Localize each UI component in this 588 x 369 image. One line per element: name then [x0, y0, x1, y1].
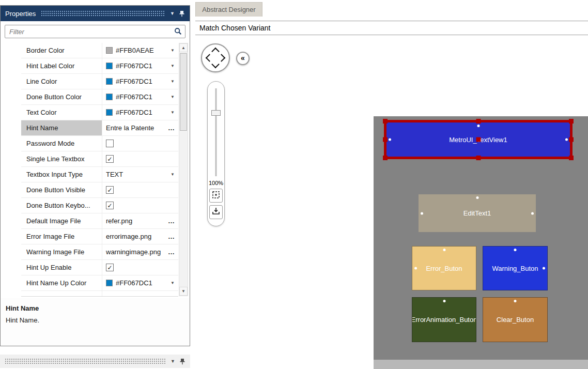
property-row[interactable]: Password Mode [21, 136, 178, 151]
property-value[interactable]: Patente… [102, 291, 178, 297]
selection-handle[interactable] [569, 119, 574, 124]
selection-handle[interactable] [569, 156, 574, 160]
selection-handle[interactable] [476, 156, 481, 160]
property-value[interactable]: warningimage.png… [102, 244, 178, 259]
property-label[interactable]: Password Mode [21, 136, 102, 151]
export-button[interactable] [209, 205, 223, 219]
dropdown-arrow-icon[interactable]: ▼ [171, 281, 175, 285]
property-row[interactable]: Hint Name Up Color#FF067DC1▼ [21, 275, 178, 291]
property-label[interactable]: Hint Name [21, 120, 102, 135]
pan-right-icon[interactable] [218, 54, 226, 62]
canvas-control-EditText1[interactable]: EditText1 [419, 194, 536, 232]
checkbox[interactable]: ✓ [106, 202, 114, 209]
variant-toolbar[interactable]: Match Chosen Variant [195, 21, 588, 35]
selection-handle[interactable] [476, 137, 481, 142]
collapse-button[interactable]: « [236, 52, 250, 65]
dropdown-arrow-icon[interactable]: ▼ [171, 95, 175, 99]
canvas-control-Clear_Buton[interactable]: Clear_Buton [483, 297, 548, 342]
property-value[interactable]: ✓ [102, 260, 178, 275]
selection-handle[interactable] [569, 137, 574, 142]
color-swatch[interactable] [106, 63, 113, 69]
property-value[interactable] [102, 136, 178, 151]
tab-abstract-designer[interactable]: Abstract Designer [195, 2, 262, 17]
selection-handle[interactable] [476, 119, 481, 124]
property-label[interactable]: Done Button Keybo... [21, 198, 102, 213]
zoom-slider-track[interactable] [215, 88, 217, 176]
selection-handle[interactable] [383, 137, 388, 142]
property-label[interactable]: Border Color [21, 43, 102, 58]
color-swatch[interactable] [106, 94, 113, 100]
property-value[interactable]: errorimage.png… [102, 229, 178, 244]
property-row[interactable]: Done Button Color#FF067DC1▼ [21, 89, 178, 105]
anchor-dot[interactable] [531, 212, 534, 214]
scrollbar-up-button[interactable]: ▲ [179, 43, 188, 52]
property-value[interactable]: ✓ [102, 151, 178, 166]
property-label[interactable]: Single Line Textbox [21, 151, 102, 166]
property-row[interactable]: Default Image Filerefer.png… [21, 213, 178, 229]
property-row[interactable]: Line Color#FF067DC1▼ [21, 74, 178, 89]
property-value[interactable]: refer.png… [102, 213, 178, 228]
dropdown-arrow-icon[interactable]: ▼ [171, 48, 175, 53]
property-row[interactable]: Warning Image Filewarningimage.png… [21, 244, 178, 260]
color-swatch[interactable] [106, 47, 113, 54]
canvas-control-Warning_Buton[interactable]: Warning_Buton [483, 246, 548, 290]
property-value[interactable]: TEXT▼ [102, 167, 178, 182]
dropdown-arrow-icon[interactable]: ▼ [171, 79, 175, 84]
properties-panel-header[interactable]: Properties ▼ [1, 6, 190, 21]
selection-handle[interactable] [383, 119, 388, 124]
filter-input[interactable] [5, 25, 185, 38]
scrollbar-thumb[interactable] [180, 53, 187, 131]
property-row[interactable]: Text Color#FF067DC1▼ [21, 105, 178, 120]
anchor-dot[interactable] [421, 212, 423, 214]
selection-handle[interactable] [383, 156, 388, 160]
bottom-panel-strip[interactable]: ▼ [0, 355, 190, 368]
fit-view-button[interactable] [209, 189, 223, 203]
property-label[interactable]: Text Color [21, 105, 102, 120]
property-value[interactable]: #FF067DC1▼ [102, 105, 178, 120]
property-row[interactable]: Hint Name Up TextPatente… [21, 291, 178, 297]
ellipsis-button[interactable]: … [168, 248, 175, 256]
canvas-horizontal-scroll-strip[interactable] [374, 360, 588, 369]
chevron-down-icon[interactable]: ▼ [170, 11, 175, 16]
checkbox[interactable]: ✓ [106, 155, 114, 163]
pin-icon[interactable] [179, 358, 185, 365]
property-value[interactable]: #FF067DC1▼ [102, 58, 178, 73]
anchor-dot[interactable] [476, 196, 478, 199]
property-value[interactable]: ✓ [102, 182, 178, 197]
property-value[interactable]: #FF067DC1▼ [102, 275, 178, 290]
property-value[interactable]: #FFB0AEAE▼ [102, 43, 178, 58]
property-label[interactable]: Hint Up Enable [21, 260, 102, 275]
zoom-slider-thumb[interactable] [211, 110, 221, 116]
ellipsis-button[interactable]: … [168, 233, 175, 240]
anchor-dot[interactable] [514, 300, 517, 302]
anchor-dot[interactable] [565, 139, 568, 141]
anchor-dot[interactable] [443, 300, 445, 302]
scrollbar[interactable]: ▲ ▼ [179, 43, 188, 296]
ellipsis-button[interactable]: … [168, 124, 175, 132]
property-value[interactable]: ✓ [102, 198, 178, 213]
property-value[interactable]: Entre la Patente… [102, 120, 178, 135]
ellipsis-button[interactable]: … [168, 217, 175, 225]
property-label[interactable]: Done Button Visible [21, 182, 102, 197]
property-row[interactable]: Hint NameEntre la Patente… [21, 120, 178, 136]
checkbox[interactable]: ✓ [106, 264, 114, 271]
property-label[interactable]: Warning Image File [21, 244, 102, 259]
property-label[interactable]: Line Color [21, 74, 102, 89]
color-swatch[interactable] [106, 109, 113, 116]
checkbox[interactable]: ✓ [106, 186, 114, 194]
anchor-dot[interactable] [514, 249, 517, 251]
chevron-down-icon[interactable]: ▼ [171, 359, 175, 364]
property-label[interactable]: Done Button Color [21, 89, 102, 104]
canvas-control-Error_Buton[interactable]: Error_Buton [412, 246, 476, 290]
anchor-dot[interactable] [477, 125, 479, 127]
search-icon[interactable] [174, 27, 182, 37]
anchor-dot[interactable] [443, 249, 445, 251]
anchor-dot[interactable] [389, 139, 391, 141]
property-label[interactable]: Hint Name Up Color [21, 275, 102, 290]
dropdown-arrow-icon[interactable]: ▼ [171, 110, 175, 115]
scrollbar-down-button[interactable]: ▼ [179, 287, 188, 296]
property-row[interactable]: Done Button Keybo...✓ [21, 198, 178, 213]
property-row[interactable]: Error Image Fileerrorimage.png… [21, 229, 178, 244]
pan-down-icon[interactable] [211, 60, 220, 69]
pan-up-icon[interactable] [211, 48, 220, 56]
